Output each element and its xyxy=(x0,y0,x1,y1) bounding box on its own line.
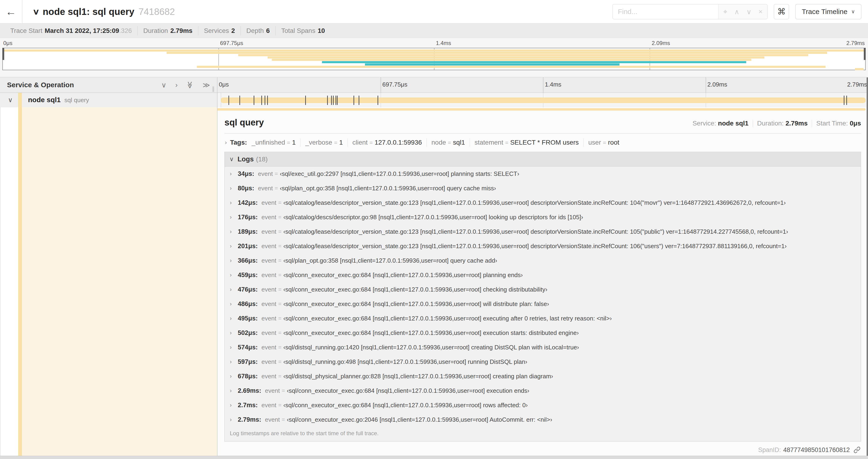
span-duration-bar[interactable] xyxy=(221,97,866,103)
log-entry[interactable]: › 574μs: event = ‹sql/distsql_running.go… xyxy=(225,340,861,355)
log-entry[interactable]: › 459μs: event = ‹sql/conn_executor_exec… xyxy=(225,268,861,282)
link-icon[interactable] xyxy=(853,446,861,454)
log-entry[interactable]: › 2.79ms: event = ‹sql/conn_executor_exe… xyxy=(225,412,861,427)
logs-header[interactable]: ∨ Logs (18) xyxy=(225,152,861,167)
chevron-right-icon[interactable]: › xyxy=(230,344,232,351)
log-marker-tick[interactable] xyxy=(305,96,306,105)
equals-sign: = xyxy=(278,199,281,206)
log-value: ‹sql/conn_executor_exec.go:2046 [nsql1,c… xyxy=(287,416,552,423)
log-entry[interactable]: › 495μs: event = ‹sql/conn_executor_exec… xyxy=(225,311,861,326)
chevron-right-icon[interactable]: › xyxy=(230,243,232,249)
back-button[interactable]: ← xyxy=(0,0,22,23)
log-marker-tick[interactable] xyxy=(333,96,334,105)
overview-label: Duration: xyxy=(757,120,784,127)
minimap-span-bar xyxy=(268,57,765,59)
log-entry[interactable]: › 201μs: event = ‹sql/catalog/lease/desc… xyxy=(225,239,861,253)
log-marker-tick[interactable] xyxy=(265,96,265,105)
chevron-right-icon[interactable]: › xyxy=(230,185,232,192)
chevron-right-icon[interactable]: › xyxy=(230,402,232,408)
minimap-tick-label: 2.09ms xyxy=(652,40,670,46)
log-marker-tick[interactable] xyxy=(331,96,332,105)
chevron-right-icon[interactable]: › xyxy=(230,257,232,264)
chevron-right-icon[interactable]: › xyxy=(230,330,232,336)
log-marker-tick[interactable] xyxy=(327,96,328,105)
log-entry[interactable]: › 597μs: event = ‹sql/distsql_running.go… xyxy=(225,355,861,369)
timeline-axis: 0μs697.75μs1.4ms2.09ms2.79ms xyxy=(218,77,868,93)
log-marker-tick[interactable] xyxy=(261,96,262,105)
chevron-right-icon[interactable]: › xyxy=(230,214,232,220)
keyboard-shortcuts-button[interactable]: ⌘ xyxy=(774,4,789,19)
minimap-right-scrubber[interactable] xyxy=(864,48,866,60)
locate-icon[interactable]: ⌖ xyxy=(723,8,727,16)
log-timestamp: 142μs: xyxy=(238,199,258,206)
minimap-left-scrubber[interactable] xyxy=(2,48,4,60)
log-marker-tick[interactable] xyxy=(337,96,338,105)
chevron-right-icon[interactable]: › xyxy=(230,416,232,423)
chevron-right-icon[interactable]: › xyxy=(230,199,232,206)
chevron-right-icon[interactable]: › xyxy=(230,272,232,278)
log-entry[interactable]: › 366μs: event = ‹sql/plan_opt.go:358 [n… xyxy=(225,253,861,268)
log-marker-tick[interactable] xyxy=(377,96,378,105)
expand-all-icon[interactable]: ≫ xyxy=(203,81,210,89)
log-entry[interactable]: › 189μs: event = ‹sql/catalog/lease/desc… xyxy=(225,224,861,239)
log-value: ‹sql/plan_opt.go:358 [nsql1,client=127.0… xyxy=(280,185,496,192)
log-marker-tick[interactable] xyxy=(254,96,254,105)
log-entry[interactable]: › 80μs: event = ‹sql/plan_opt.go:358 [ns… xyxy=(225,181,861,195)
clear-search-icon[interactable]: × xyxy=(758,8,763,15)
trace-stat: Duration2.79ms xyxy=(137,26,198,35)
log-marker-tick[interactable] xyxy=(844,96,844,105)
span-name-cell[interactable]: ∨ node sql1sql query xyxy=(0,93,217,107)
log-entry[interactable]: › 176μs: event = ‹sql/catalog/descs/desc… xyxy=(225,210,861,224)
log-entry[interactable]: › 34μs: event = ‹sql/exec_util.go:2297 [… xyxy=(225,167,861,181)
log-marker-tick[interactable] xyxy=(228,96,229,105)
log-entry[interactable]: › 142μs: event = ‹sql/catalog/lease/desc… xyxy=(225,195,861,210)
collapse-one-icon[interactable]: ∨ xyxy=(161,81,166,89)
chevron-right-icon[interactable]: › xyxy=(230,315,232,322)
log-marker-tick[interactable] xyxy=(353,96,354,105)
view-selector-button[interactable]: Trace Timeline ∨ xyxy=(795,4,862,19)
chevron-right-icon[interactable]: › xyxy=(230,286,232,293)
trace-stat-label: Depth xyxy=(246,27,264,34)
trace-stat-suffix: .326 xyxy=(119,27,132,34)
chevron-right-icon[interactable]: › xyxy=(230,387,232,394)
minimap-span-bar xyxy=(238,54,808,56)
log-marker-tick[interactable] xyxy=(336,96,336,105)
chevron-down-icon: ∨ xyxy=(851,9,855,15)
log-marker-tick[interactable] xyxy=(239,96,240,105)
bottom-scrollbar-track[interactable] xyxy=(0,456,868,459)
log-entry[interactable]: › 678μs: event = ‹sql/distsql_physical_p… xyxy=(225,369,861,384)
tag-value: 1 xyxy=(292,139,296,146)
chevron-right-icon[interactable]: › xyxy=(230,228,232,235)
chevron-right-icon[interactable]: › xyxy=(225,139,227,146)
column-resizer-grip[interactable]: ∥ xyxy=(212,86,215,92)
chevron-right-icon[interactable]: › xyxy=(230,358,232,365)
log-marker-tick[interactable] xyxy=(359,96,359,105)
log-key: event xyxy=(261,257,277,264)
collapse-all-icon[interactable]: ≫ xyxy=(186,81,194,88)
log-entry[interactable]: › 502μs: event = ‹sql/conn_executor_exec… xyxy=(225,326,861,340)
span-bar-cell[interactable] xyxy=(218,93,868,107)
log-entry[interactable]: › 486μs: event = ‹sql/conn_executor_exec… xyxy=(225,297,861,311)
top-bar: ← ∨ node sql1: sql query 7418682 ⌖ ∧ ∨ ×… xyxy=(0,0,868,23)
expand-one-icon[interactable]: › xyxy=(175,81,178,89)
log-entry[interactable]: › 2.7ms: event = ‹sql/conn_executor_exec… xyxy=(225,398,861,412)
log-marker-tick[interactable] xyxy=(846,96,847,105)
chevron-right-icon[interactable]: › xyxy=(230,373,232,380)
find-group: ⌖ ∧ ∨ × xyxy=(612,4,768,19)
span-collapse-chevron-icon[interactable]: ∨ xyxy=(8,96,13,104)
minimap-span-bar xyxy=(322,61,746,63)
chevron-right-icon[interactable]: › xyxy=(230,170,232,177)
next-result-icon[interactable]: ∨ xyxy=(746,8,751,16)
trace-collapse-chevron-icon[interactable]: ∨ xyxy=(32,7,40,16)
tags-row[interactable]: › Tags: _unfinished=1 _verbose=1 client=… xyxy=(224,134,861,151)
prev-result-icon[interactable]: ∧ xyxy=(734,8,739,16)
chevron-right-icon[interactable]: › xyxy=(230,301,232,307)
log-marker-tick[interactable] xyxy=(267,96,268,105)
trace-stat-value: March 31 2022, 17:25:09 xyxy=(44,27,119,34)
find-input[interactable] xyxy=(613,4,718,19)
right-scrollbar[interactable] xyxy=(867,77,868,456)
log-entry[interactable]: › 476μs: event = ‹sql/conn_executor_exec… xyxy=(225,282,861,297)
log-entry[interactable]: › 2.69ms: event = ‹sql/conn_executor_exe… xyxy=(225,384,861,398)
minimap-canvas[interactable] xyxy=(2,48,866,70)
span-row[interactable]: ∨ node sql1sql query xyxy=(0,93,868,107)
